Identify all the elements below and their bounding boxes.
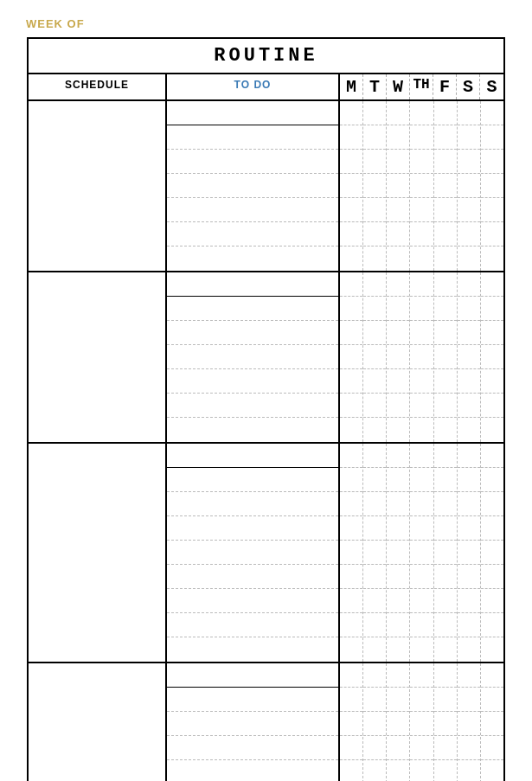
day-cell[interactable]: [434, 541, 457, 565]
day-cell[interactable]: [481, 150, 503, 174]
day-cell[interactable]: [363, 272, 386, 297]
day-cell[interactable]: [340, 541, 362, 565]
day-cell[interactable]: [481, 712, 503, 736]
day-cell[interactable]: [340, 345, 362, 369]
day-cell[interactable]: [340, 369, 362, 394]
day-cell[interactable]: [340, 394, 362, 418]
todo-row[interactable]: [167, 565, 338, 589]
day-cell[interactable]: [387, 394, 409, 418]
day-cell[interactable]: [434, 394, 457, 418]
todo-row[interactable]: [167, 125, 338, 150]
day-cell[interactable]: [387, 369, 409, 394]
day-cell[interactable]: [387, 321, 409, 345]
day-cell[interactable]: [363, 101, 386, 125]
day-cell[interactable]: [363, 516, 386, 541]
day-cell[interactable]: [458, 589, 480, 613]
day-cell[interactable]: [410, 125, 433, 150]
day-cell[interactable]: [458, 101, 480, 125]
day-cell[interactable]: [410, 663, 433, 688]
day-cell[interactable]: [410, 321, 433, 345]
day-cell[interactable]: [434, 272, 457, 297]
day-cell[interactable]: [387, 297, 409, 321]
day-cell[interactable]: [363, 663, 386, 688]
day-cell[interactable]: [340, 468, 362, 492]
day-cell[interactable]: [434, 712, 457, 736]
day-cell[interactable]: [387, 760, 409, 781]
day-cell[interactable]: [458, 541, 480, 565]
todo-row[interactable]: [167, 198, 338, 222]
day-cell[interactable]: [434, 125, 457, 150]
day-cell[interactable]: [363, 321, 386, 345]
day-cell[interactable]: [340, 565, 362, 589]
day-cell[interactable]: [340, 516, 362, 541]
day-cell[interactable]: [410, 760, 433, 781]
schedule-cell-1[interactable]: [29, 101, 167, 271]
todo-row[interactable]: [167, 321, 338, 345]
todo-row[interactable]: [167, 589, 338, 613]
day-cell[interactable]: [481, 565, 503, 589]
todo-row[interactable]: [167, 468, 338, 492]
day-cell[interactable]: [458, 321, 480, 345]
day-cell[interactable]: [481, 688, 503, 712]
day-cell[interactable]: [481, 418, 503, 442]
day-cell[interactable]: [387, 222, 409, 246]
day-cell[interactable]: [387, 712, 409, 736]
todo-row[interactable]: [167, 345, 338, 369]
todo-row[interactable]: [167, 297, 338, 321]
day-cell[interactable]: [340, 712, 362, 736]
day-cell[interactable]: [340, 418, 362, 442]
day-cell[interactable]: [410, 589, 433, 613]
day-cell[interactable]: [340, 613, 362, 637]
day-cell[interactable]: [458, 369, 480, 394]
day-cell[interactable]: [434, 589, 457, 613]
day-cell[interactable]: [410, 246, 433, 271]
day-cell[interactable]: [340, 272, 362, 297]
day-cell[interactable]: [458, 297, 480, 321]
day-cell[interactable]: [410, 272, 433, 297]
day-cell[interactable]: [458, 613, 480, 637]
day-cell[interactable]: [340, 688, 362, 712]
day-cell[interactable]: [410, 565, 433, 589]
day-cell[interactable]: [387, 198, 409, 222]
day-cell[interactable]: [458, 688, 480, 712]
day-cell[interactable]: [363, 297, 386, 321]
schedule-cell-2[interactable]: [29, 272, 167, 442]
day-cell[interactable]: [481, 369, 503, 394]
day-cell[interactable]: [363, 613, 386, 637]
todo-row[interactable]: [167, 736, 338, 760]
day-cell[interactable]: [363, 345, 386, 369]
day-cell[interactable]: [481, 468, 503, 492]
day-cell[interactable]: [387, 444, 409, 468]
todo-row[interactable]: [167, 712, 338, 736]
day-cell[interactable]: [458, 637, 480, 662]
day-cell[interactable]: [458, 272, 480, 297]
day-cell[interactable]: [481, 663, 503, 688]
day-cell[interactable]: [458, 150, 480, 174]
day-cell[interactable]: [458, 345, 480, 369]
day-cell[interactable]: [363, 760, 386, 781]
todo-row[interactable]: [167, 760, 338, 781]
day-cell[interactable]: [340, 101, 362, 125]
day-cell[interactable]: [434, 101, 457, 125]
day-cell[interactable]: [410, 637, 433, 662]
day-cell[interactable]: [387, 246, 409, 271]
day-cell[interactable]: [410, 297, 433, 321]
day-cell[interactable]: [434, 637, 457, 662]
day-cell[interactable]: [458, 394, 480, 418]
day-cell[interactable]: [363, 468, 386, 492]
day-cell[interactable]: [340, 321, 362, 345]
todo-row[interactable]: [167, 246, 338, 271]
day-cell[interactable]: [458, 760, 480, 781]
todo-row[interactable]: [167, 394, 338, 418]
todo-row[interactable]: [167, 613, 338, 637]
day-cell[interactable]: [340, 637, 362, 662]
day-cell[interactable]: [410, 345, 433, 369]
day-cell[interactable]: [458, 663, 480, 688]
todo-row[interactable]: [167, 369, 338, 394]
day-cell[interactable]: [387, 345, 409, 369]
day-cell[interactable]: [434, 321, 457, 345]
day-cell[interactable]: [434, 516, 457, 541]
todo-row[interactable]: [167, 418, 338, 442]
todo-row[interactable]: [167, 492, 338, 516]
day-cell[interactable]: [387, 174, 409, 198]
